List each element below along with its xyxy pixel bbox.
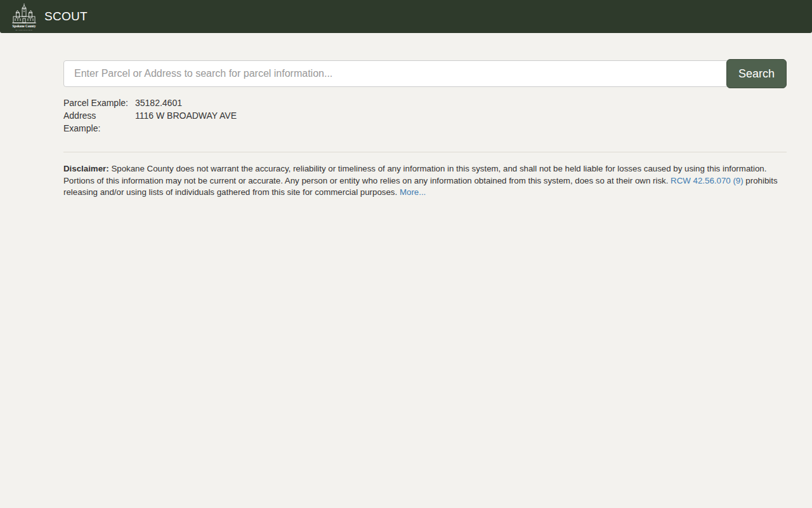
parcel-example-row: Parcel Example: 35182.4601	[63, 97, 787, 109]
disclaimer-label: Disclaimer:	[63, 164, 109, 173]
parcel-example-label: Parcel Example:	[63, 97, 135, 109]
logo-text-line2: WASHINGTON	[15, 29, 32, 31]
spokane-county-courthouse-logo-icon: Spokane County WASHINGTON	[11, 3, 37, 32]
search-button[interactable]: Search	[726, 59, 787, 88]
app-title: SCOUT	[44, 10, 88, 23]
logo-text-line1: Spokane County	[13, 24, 36, 28]
disclaimer-part1: Spokane County does not warrant the accu…	[63, 164, 766, 185]
search-bar: Search	[63, 59, 787, 88]
more-link[interactable]: More...	[400, 187, 426, 197]
disclaimer-text: Disclaimer: Spokane County does not warr…	[63, 163, 787, 199]
parcel-example-value: 35182.4601	[135, 97, 787, 109]
address-example-label: Address Example:	[63, 109, 135, 135]
search-examples: Parcel Example: 35182.4601 Address Examp…	[63, 97, 787, 135]
main-content: Search Parcel Example: 35182.4601 Addres…	[63, 33, 787, 199]
rcw-link[interactable]: RCW 42.56.070 (9)	[671, 176, 743, 185]
address-example-value: 1116 W BROADWAY AVE	[135, 109, 787, 135]
app-header: Spokane County WASHINGTON SCOUT	[0, 0, 812, 33]
address-example-row: Address Example: 1116 W BROADWAY AVE	[63, 109, 787, 135]
parcel-search-input[interactable]	[63, 60, 730, 87]
divider	[63, 152, 787, 152]
